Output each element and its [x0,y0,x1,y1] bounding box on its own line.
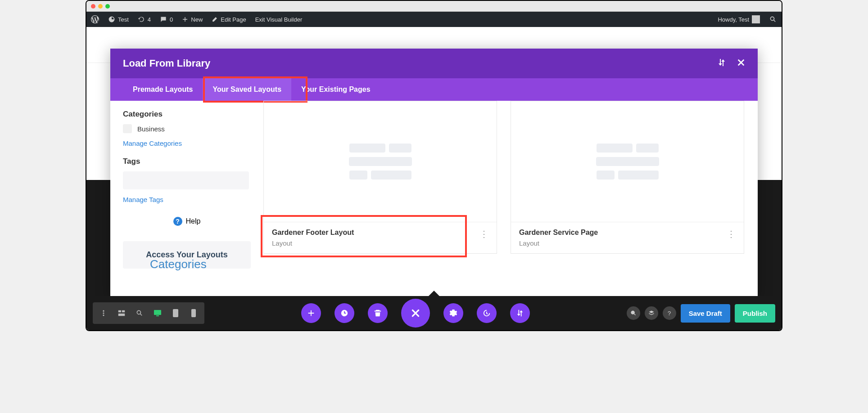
modal-header: Load From Library [110,49,758,78]
modal-title: Load From Library [123,58,210,69]
update-icon [138,16,145,23]
access-layouts-box[interactable]: Access Your Layouts Categories [123,241,251,269]
save-library-button[interactable] [335,303,354,323]
new-label: New [191,16,203,23]
pointer-down [428,291,440,297]
wp-adminbar: Test 4 0 New [86,12,782,27]
view-controls [93,302,204,324]
page-settings-button[interactable] [443,303,463,323]
window-titlebar [86,1,782,12]
card-subtitle: Layout [519,239,598,247]
svg-rect-3 [118,310,121,313]
tab-premade-layouts[interactable]: Premade Layouts [123,78,203,101]
comments-count: 0 [170,16,173,23]
find-replace-button[interactable] [627,306,640,320]
categories-heading: Categories [123,110,251,119]
svg-rect-6 [154,310,161,315]
pencil-icon [212,16,218,22]
svg-point-2 [103,314,104,316]
svg-rect-9 [191,309,196,317]
publish-button[interactable]: Publish [735,304,775,323]
howdy-label: Howdy, Test [718,16,749,23]
dashboard-icon [108,16,115,23]
category-business-row[interactable]: Business [123,124,251,133]
page-body: Load From Library Premade Layouts Your S… [86,27,782,298]
window-close-dot[interactable] [91,4,95,9]
plus-icon [182,16,188,22]
help-row[interactable]: ? Help [123,217,251,226]
modal-content: Categories Business Manage Categories Ta… [110,101,758,298]
avatar [752,15,760,23]
new-content[interactable]: New [177,12,207,27]
svg-rect-8 [173,309,178,317]
portability-icon[interactable] [717,58,726,69]
svg-rect-4 [122,310,125,313]
svg-point-0 [103,310,104,312]
site-name[interactable]: Test [104,12,133,27]
tags-input[interactable] [123,171,249,189]
checkbox-business-label: Business [137,125,165,133]
edit-page[interactable]: Edit Page [207,12,250,27]
zoom-icon[interactable] [131,305,149,321]
library-sidebar: Categories Business Manage Categories Ta… [110,101,263,298]
svg-point-1 [103,312,104,314]
howdy-user[interactable]: Howdy, Test [713,12,764,27]
updates[interactable]: 4 [133,12,155,27]
adminbar-search[interactable] [764,12,782,27]
checkbox-business[interactable] [123,124,132,133]
menu-dots-icon[interactable] [95,305,113,321]
tags-heading: Tags [123,157,251,166]
categories-overlay-text: Categories [150,257,207,271]
layout-cards: Gardener Footer Layout Layout ⋮ [263,101,758,298]
card-preview [264,101,497,222]
window-minimize-dot[interactable] [98,4,103,9]
wp-logo[interactable] [86,12,104,27]
updates-count: 4 [148,16,151,23]
save-draft-button[interactable]: Save Draft [681,304,730,323]
layers-button[interactable] [645,306,658,320]
wordpress-icon [91,15,99,23]
exit-label: Exit Visual Builder [255,16,303,23]
builder-bottombar: ? Save Draft Publish [86,296,782,330]
add-button[interactable] [301,303,321,323]
help-icon: ? [173,217,182,226]
center-controls [301,299,530,328]
help-button[interactable]: ? [663,306,676,320]
highlight-saved-tab [203,76,307,103]
close-builder-button[interactable] [401,299,430,328]
portability-button[interactable] [510,303,530,323]
wireframe-icon[interactable] [113,305,131,321]
phone-icon[interactable] [185,305,203,321]
site-name-label: Test [118,16,129,23]
highlight-footer-card [261,215,467,257]
manage-categories-link[interactable]: Manage Categories [123,139,251,147]
exit-visual-builder[interactable]: Exit Visual Builder [251,12,307,27]
card-menu-icon[interactable]: ⋮ [479,229,488,239]
help-label: Help [186,217,201,225]
clear-layout-button[interactable] [368,303,388,323]
card-title: Gardener Service Page [519,229,598,237]
library-modal: Load From Library Premade Layouts Your S… [110,49,758,298]
svg-rect-5 [118,314,125,316]
layout-card-gardener-service[interactable]: Gardener Service Page Layout ⋮ [511,101,744,254]
tablet-icon[interactable] [167,305,185,321]
card-menu-icon[interactable]: ⋮ [727,229,736,239]
right-controls: ? Save Draft Publish [627,304,775,323]
close-icon[interactable] [737,58,745,68]
manage-tags-link[interactable]: Manage Tags [123,196,251,203]
window-maximize-dot[interactable] [105,4,110,9]
comments[interactable]: 0 [155,12,177,27]
modal-tabs: Premade Layouts Your Saved Layouts Your … [110,78,758,101]
card-preview [511,101,744,222]
edit-page-label: Edit Page [221,16,246,23]
desktop-icon[interactable] [149,305,167,321]
comment-icon [160,16,167,23]
svg-rect-7 [156,315,159,316]
history-button[interactable] [477,303,497,323]
search-icon [769,15,777,23]
